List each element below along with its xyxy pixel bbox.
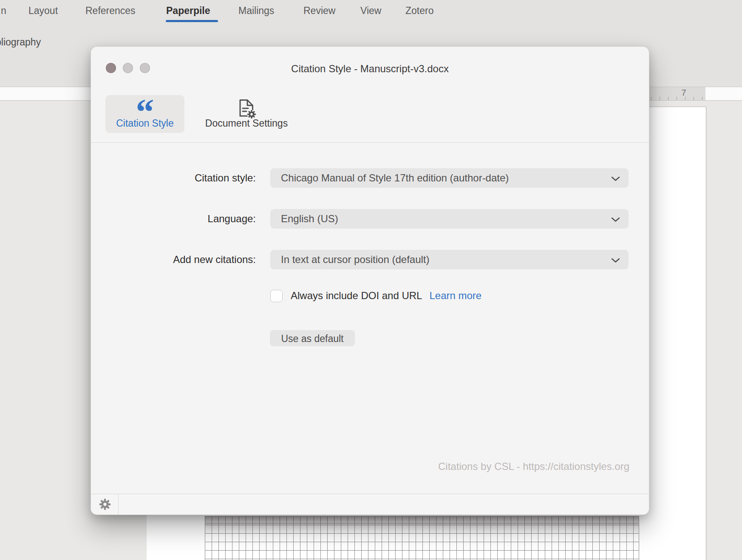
doi-url-row: Always include DOI and URL Learn more [270,289,481,302]
language-select[interactable]: English (US) [270,209,629,229]
ruler-inch-mark: 7 [677,88,690,98]
quote-icon: “ [105,99,184,118]
tab-document-settings-label: Document Settings [195,118,297,129]
menu-item-zotero[interactable]: Zotero [405,5,433,17]
ruler-ticks [651,97,705,100]
settings-gear-button[interactable] [91,494,119,515]
add-citations-select[interactable]: In text at cursor position (default) [270,250,629,269]
citation-style-dialog: Citation Style - Manuscript-v3.docx “ Ci… [91,46,649,515]
doi-url-checkbox[interactable] [270,290,283,302]
tab-citation-style-label: Citation Style [105,118,184,129]
active-tab-underline [166,20,218,22]
doi-url-checkbox-label: Always include DOI and URL [291,290,422,302]
chevron-down-icon [611,257,620,265]
add-citations-label: Add new citations: [99,250,256,269]
dialog-status-bar [91,494,649,515]
document-gear-icon [237,98,256,120]
tab-citation-style[interactable]: “ Citation Style [105,95,184,133]
csl-credit-text: Citations by CSL - https://citationstyle… [438,461,629,472]
menu-item-review[interactable]: Review [303,5,335,17]
document-table-grid [205,516,639,560]
chevron-down-icon [611,175,620,183]
tab-document-settings[interactable]: Document Settings [195,95,297,133]
use-as-default-button[interactable]: Use as default [270,330,355,346]
menu-item-paperpile[interactable]: Paperpile [166,5,210,17]
header-divider [91,142,649,143]
add-citations-value: In text at cursor position (default) [281,250,430,269]
chevron-down-icon [611,216,620,224]
menu-item-references[interactable]: References [85,5,136,17]
citation-style-label: Citation style: [99,168,256,188]
language-value: English (US) [281,209,338,229]
dialog-title: Citation Style - Manuscript-v3.docx [91,63,649,75]
ribbon-button-bibliography-partial[interactable]: bliography [0,37,41,48]
learn-more-link[interactable]: Learn more [429,290,481,302]
menu-item-view[interactable]: View [360,5,381,17]
menu-item-mailings[interactable]: Mailings [238,5,274,17]
menu-item-design-partial[interactable]: n [1,5,6,17]
citation-style-value: Chicago Manual of Style 17th edition (au… [281,168,509,188]
language-label: Language: [99,209,256,229]
menu-item-layout[interactable]: Layout [28,5,58,17]
citation-style-select[interactable]: Chicago Manual of Style 17th edition (au… [270,168,629,188]
